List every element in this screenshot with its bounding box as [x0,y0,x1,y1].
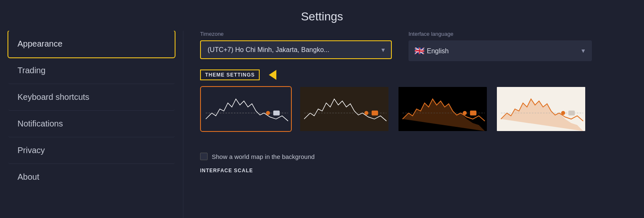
theme-card-dark[interactable] [200,86,292,132]
world-map-label: Show a world map in the background [212,153,315,160]
svg-point-2 [266,111,270,115]
sidebar: Appearance Trading Keyboard shortcuts No… [0,31,183,218]
timezone-select[interactable]: (UTC+7) Ho Chi Minh, Jakarta, Bangko... [200,40,392,59]
svg-point-6 [364,111,368,115]
page-title: Settings [0,0,644,31]
svg-point-14 [561,111,565,115]
arrow-indicator [269,70,276,80]
svg-rect-15 [569,111,575,116]
language-select-wrapper[interactable]: 🇬🇧 English ▼ [408,40,592,61]
svg-rect-4 [300,87,388,131]
theme-card-medium[interactable] [298,86,390,132]
theme-settings-heading: THEME SETTINGS [200,69,627,80]
sidebar-item-privacy[interactable]: Privacy [8,137,175,164]
svg-rect-11 [470,111,476,116]
language-group: Interface language 🇬🇧 English ▼ [408,31,592,61]
timezone-group: Timezone (UTC+7) Ho Chi Minh, Jakarta, B… [200,31,392,61]
language-label: Interface language [408,31,592,37]
svg-rect-0 [202,87,290,131]
svg-rect-7 [372,111,378,116]
sidebar-item-about[interactable]: About [8,164,175,190]
settings-content: Timezone (UTC+7) Ho Chi Minh, Jakarta, B… [183,31,644,218]
language-select[interactable]: English [408,42,592,59]
timezone-label: Timezone [200,31,392,37]
sidebar-item-notifications[interactable]: Notifications [8,111,175,137]
sidebar-item-trading[interactable]: Trading [8,57,175,84]
theme-card-black[interactable] [397,86,489,132]
world-map-checkbox-row: Show a world map in the background [200,153,627,160]
interface-scale-heading: INTERFACE SCALE [200,168,627,173]
svg-point-10 [463,111,467,115]
sidebar-item-appearance[interactable]: Appearance [8,31,175,57]
sidebar-item-keyboard-shortcuts[interactable]: Keyboard shortcuts [8,84,175,111]
theme-card-light[interactable]: ↑ [495,86,587,132]
svg-rect-3 [273,111,280,116]
world-map-checkbox[interactable] [200,153,208,160]
theme-cards-row: ↑ [200,86,627,132]
